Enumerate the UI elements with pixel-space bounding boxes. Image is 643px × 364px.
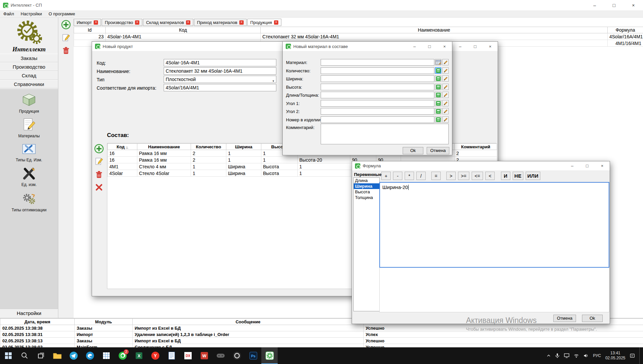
sidebar-item-catalogs[interactable]: Справочники: [0, 80, 58, 88]
tab-close-icon[interactable]: ×: [135, 20, 139, 25]
tab-close-icon[interactable]: ×: [94, 20, 98, 25]
edit-button[interactable]: [60, 32, 72, 44]
variable-item[interactable]: Толщина: [354, 195, 379, 200]
taskbar-icon-excel[interactable]: X: [131, 347, 147, 364]
comment-textarea[interactable]: [321, 124, 449, 144]
column-header[interactable]: Наименование: [137, 144, 191, 150]
taskbar-icon-explorer[interactable]: [49, 347, 65, 364]
maximize-button[interactable]: □: [422, 42, 437, 51]
column-header[interactable]: Формула: [608, 27, 643, 33]
material-input[interactable]: [321, 59, 434, 66]
angle2-formula-button[interactable]: [435, 108, 441, 114]
composition-clear-button[interactable]: [95, 183, 103, 193]
taskbar-icon-intellect[interactable]: [261, 347, 278, 364]
angle1-clear-button[interactable]: [442, 100, 449, 106]
sidebar-item-orders[interactable]: Заказы: [0, 54, 58, 62]
language-indicator[interactable]: РУС: [593, 353, 601, 358]
material-clear-button[interactable]: [442, 59, 449, 65]
item-number-clear-button[interactable]: [442, 116, 449, 123]
minimize-button[interactable]: –: [565, 161, 580, 170]
maximize-button[interactable]: □: [580, 161, 595, 170]
column-header[interactable]: Наименование: [261, 27, 608, 33]
tab-close-icon[interactable]: ×: [239, 20, 244, 25]
tab-close-icon[interactable]: ×: [186, 20, 190, 25]
tab-materials-warehouse[interactable]: Склад материалов ×: [143, 19, 193, 26]
composition-edit-button[interactable]: [95, 157, 103, 167]
composition-add-button[interactable]: [94, 144, 104, 155]
variable-item[interactable]: Длина: [354, 178, 379, 183]
height-formula-button[interactable]: [435, 84, 441, 90]
formula-editor[interactable]: Ширина-20: [379, 182, 609, 268]
ok-button[interactable]: Ok: [582, 315, 603, 322]
taskbar-icon-grid-app[interactable]: [98, 347, 114, 364]
volume-icon[interactable]: [583, 353, 589, 358]
taskbar-icon-game[interactable]: [212, 347, 229, 364]
close-button[interactable]: ×: [437, 42, 452, 51]
minimize-button[interactable]: –: [585, 0, 604, 10]
quantity-formula-button[interactable]: [435, 67, 441, 74]
variable-item[interactable]: Высота: [354, 189, 379, 195]
show-desktop-button[interactable]: [639, 347, 642, 364]
maximize-button[interactable]: □: [604, 0, 624, 10]
clock[interactable]: 13:41 02.05.2025: [605, 351, 625, 361]
material-select-button[interactable]: [435, 59, 441, 65]
notification-center-icon[interactable]: [630, 353, 635, 358]
quantity-clear-button[interactable]: [442, 67, 449, 74]
catalog-item-optimization-types[interactable]: Типы оптимизации: [0, 192, 58, 212]
item-number-formula-button[interactable]: [435, 116, 441, 123]
angle1-input[interactable]: [321, 100, 434, 107]
width-clear-button[interactable]: [442, 75, 449, 82]
operator-less-button[interactable]: <: [485, 172, 495, 180]
operator-greater-equal-button[interactable]: >=: [458, 172, 469, 180]
operator-greater-button[interactable]: >: [446, 172, 456, 180]
close-button[interactable]: ×: [483, 42, 498, 51]
ok-button[interactable]: Ok: [403, 147, 423, 154]
minimize-button[interactable]: –: [407, 42, 422, 51]
operator-multiply-button[interactable]: *: [405, 172, 414, 180]
taskbar-icon-yandex[interactable]: Y: [147, 347, 163, 364]
item-number-input[interactable]: [321, 116, 434, 123]
column-header[interactable]: Ширина: [226, 144, 261, 150]
delete-button[interactable]: [60, 45, 72, 57]
quantity-input[interactable]: [321, 67, 434, 74]
width-formula-button[interactable]: [435, 75, 441, 82]
menu-about[interactable]: О программе: [45, 10, 79, 17]
cancel-button[interactable]: Отмена: [553, 315, 576, 322]
height-input[interactable]: [321, 84, 434, 90]
column-header[interactable]: Id: [74, 27, 106, 33]
variable-item-selected[interactable]: Ширина: [354, 183, 379, 189]
table-row[interactable]: 23 4Solar-16A-4M1 Стеклопакет 32 мм 4Sol…: [74, 33, 643, 40]
column-header[interactable]: Количество: [191, 144, 226, 150]
chevron-up-icon[interactable]: [547, 354, 551, 357]
sidebar-item-warehouse[interactable]: Склад: [0, 71, 58, 80]
operator-divide-button[interactable]: /: [416, 172, 426, 180]
cancel-button[interactable]: Отмена: [427, 147, 449, 154]
sidebar-item-settings[interactable]: Настройки: [0, 309, 58, 318]
taskbar-icon-edge[interactable]: [82, 347, 98, 364]
add-button[interactable]: [60, 19, 72, 31]
tab-products[interactable]: Продукция ×: [247, 19, 281, 26]
taskbar-icon-photoshop[interactable]: Ps: [245, 347, 261, 364]
taskbar-icon-telegram[interactable]: [65, 347, 82, 364]
angle2-input[interactable]: [321, 108, 434, 115]
catalog-item-units[interactable]: Ед. изм.: [0, 167, 58, 188]
minimize-button[interactable]: –: [453, 42, 468, 51]
operator-minus-button[interactable]: -: [393, 172, 402, 180]
operator-or-button[interactable]: ИЛИ: [526, 172, 540, 180]
maximize-button[interactable]: □: [468, 42, 483, 51]
taskbar-icon-notepad[interactable]: [163, 347, 180, 364]
network-icon[interactable]: [574, 353, 579, 358]
operator-equals-button[interactable]: =: [431, 172, 441, 180]
length-clear-button[interactable]: [442, 92, 449, 98]
task-view-button[interactable]: [33, 347, 49, 364]
column-header[interactable]: Код: [106, 27, 261, 33]
column-header[interactable]: Код △: [108, 144, 137, 150]
import-match-input[interactable]: [164, 84, 276, 91]
taskbar-icon-dx[interactable]: DX: [180, 347, 196, 364]
width-input[interactable]: [321, 75, 434, 82]
close-button[interactable]: ×: [595, 161, 610, 170]
taskbar-icon-word[interactable]: W: [196, 347, 212, 364]
menu-settings[interactable]: Настройки: [17, 10, 45, 17]
search-button[interactable]: [16, 347, 33, 364]
column-header[interactable]: Комментарий: [455, 144, 497, 150]
